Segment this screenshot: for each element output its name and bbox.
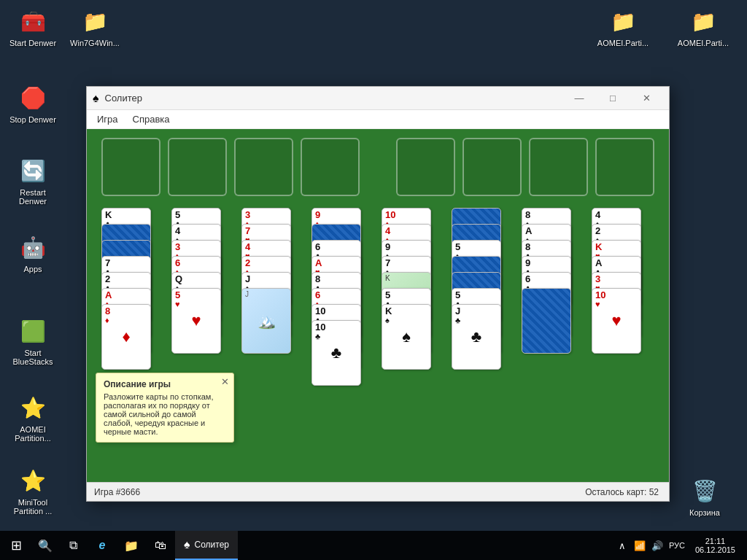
card-slot-6[interactable] bbox=[462, 138, 522, 196]
start-denwer-icon: 🧰 bbox=[18, 7, 47, 36]
desktop: 🧰 Start Denwer 📁 Win7G4Win... 📁 AOMEI.Pa… bbox=[0, 0, 747, 560]
stop-denwer-icon: 🛑 bbox=[18, 83, 47, 112]
card-column-8[interactable]: 4♠ ♠ 2♠ ♠ K♥ ♥ A♣ ♣ bbox=[592, 208, 654, 479]
card-8-diamonds[interactable]: 8♦ ♦ bbox=[101, 304, 151, 370]
menu-help[interactable]: Справка bbox=[125, 112, 177, 126]
aomei-part-icon: ⭐ bbox=[18, 393, 47, 422]
minimize-button[interactable]: — bbox=[562, 87, 596, 110]
minitool-label: MiniTool Partition ... bbox=[7, 498, 59, 516]
card-slot-5[interactable] bbox=[396, 138, 455, 196]
maximize-button[interactable]: □ bbox=[596, 87, 630, 110]
window-title-icon: ♠ bbox=[93, 92, 99, 105]
window-titlebar[interactable]: ♠ Солитер — □ ✕ bbox=[87, 87, 669, 110]
aomei2-icon: 📁 bbox=[689, 7, 718, 36]
menu-game[interactable]: Игра bbox=[90, 112, 125, 126]
aomei1-label: AOMEI.Parti... bbox=[597, 39, 649, 47]
cards-remaining: Осталось карт: 52 bbox=[585, 487, 659, 497]
apps-label: Apps bbox=[23, 265, 42, 273]
card-slot-3[interactable] bbox=[234, 138, 293, 196]
taskbar: ⊞ 🔍 ⧉ e 📁 🛍 ♠ Солитер ∧ 📶 🔊 РУС 21:11 06… bbox=[0, 531, 747, 560]
tray-date-value: 06.12.2015 bbox=[695, 545, 735, 554]
desktop-icon-start-denwer[interactable]: 🧰 Start Denwer bbox=[4, 4, 62, 50]
card-column-7[interactable]: 8♠ ♠ A♠ ♠ 8♣ ♣ 9♣ ♣ bbox=[522, 208, 584, 479]
hint-box: ✕ Описание игры Разложите карты по стопк… bbox=[96, 373, 234, 443]
window-title: Солитер bbox=[105, 93, 563, 104]
stop-denwer-label: Stop Denwer bbox=[9, 115, 56, 124]
card-5-hearts[interactable]: 5♥ ♥ bbox=[171, 288, 221, 354]
card-slot-8[interactable] bbox=[595, 138, 654, 196]
restart-denwer-icon: 🔄 bbox=[18, 156, 47, 185]
restart-denwer-label: Restart Denwer bbox=[7, 188, 59, 206]
card-slots-row bbox=[101, 138, 654, 196]
card-10-hearts[interactable]: 10♥ ♥ bbox=[592, 288, 641, 354]
bluestacks-label: Start BlueStacks bbox=[7, 349, 59, 366]
solitaire-window: ♠ Солитер — □ ✕ Игра Справка bbox=[86, 86, 670, 502]
edge-browser-button[interactable]: e bbox=[88, 531, 117, 560]
desktop-icon-minitool[interactable]: ⭐ MiniTool Partition ... bbox=[4, 463, 62, 518]
card-j-clubs[interactable]: J♣ ♣ bbox=[452, 304, 501, 370]
minitool-icon: ⭐ bbox=[18, 466, 47, 495]
tray-time-value: 21:11 bbox=[705, 537, 726, 545]
card-column-5[interactable]: 10♦ ♦ 4♦ ♦ 9♠ ♠ 7♠ ♠ bbox=[382, 208, 444, 479]
card-special-winter[interactable]: J 🏔️ bbox=[241, 288, 291, 354]
system-tray: ∧ 📶 🔊 РУС 21:11 06.12.2015 bbox=[609, 531, 747, 560]
desktop-icon-bluestacks[interactable]: 🟩 Start BlueStacks bbox=[4, 314, 62, 369]
start-button[interactable]: ⊞ bbox=[0, 531, 32, 560]
store-button[interactable]: 🛍 bbox=[146, 531, 175, 560]
aomei-part-label: AOMEI Partition... bbox=[7, 425, 59, 443]
desktop-icon-aomei1[interactable]: 📁 AOMEI.Parti... bbox=[594, 4, 652, 50]
game-area: K♣ ♣ 7♣ ♣ 2♣ ♣ A♦ ♦ bbox=[87, 129, 669, 501]
desktop-icon-win7g4win[interactable]: 📁 Win7G4Win... bbox=[66, 4, 124, 50]
tray-language-label[interactable]: РУС bbox=[667, 531, 686, 560]
search-button[interactable]: 🔍 bbox=[32, 531, 58, 560]
card-k-spades[interactable]: K♠ ♠ bbox=[382, 304, 431, 370]
tray-clock[interactable]: 21:11 06.12.2015 bbox=[689, 537, 741, 554]
window-controls: — □ ✕ bbox=[562, 87, 663, 110]
hint-title: Описание игры bbox=[104, 379, 226, 389]
card-facedown-7[interactable] bbox=[522, 288, 571, 354]
card-10-clubs-2[interactable]: 10♣ ♣ bbox=[311, 320, 361, 386]
desktop-icon-apps[interactable]: 🤖 Apps bbox=[4, 230, 62, 276]
desktop-icon-stop-denwer[interactable]: 🛑 Stop Denwer bbox=[4, 80, 62, 127]
card-slot-1[interactable] bbox=[101, 138, 160, 196]
tray-expand-icon[interactable]: ∧ bbox=[615, 531, 630, 560]
win7g4win-label: Win7G4Win... bbox=[70, 39, 120, 47]
tray-volume-icon[interactable]: 🔊 bbox=[650, 531, 665, 560]
apps-icon: 🤖 bbox=[18, 233, 47, 262]
start-denwer-label: Start Denwer bbox=[9, 39, 56, 47]
close-button[interactable]: ✕ bbox=[630, 87, 663, 110]
card-slot-7[interactable] bbox=[529, 138, 588, 196]
recycle-bin-icon: 🗑️ bbox=[690, 476, 719, 505]
explorer-button[interactable]: 📁 bbox=[117, 531, 146, 560]
recycle-bin-label: Корзина bbox=[689, 508, 720, 517]
hint-close-button[interactable]: ✕ bbox=[221, 376, 229, 387]
desktop-icon-aomei2[interactable]: 📁 AOMEI.Parti... bbox=[674, 4, 732, 50]
card-column-6[interactable]: 5♠ ♠ 5♣ ♣ J♣ ♣ bbox=[452, 208, 514, 479]
hint-text: Разложите карты по стопкам, располагая и… bbox=[104, 392, 226, 436]
solitaire-taskbar-icon: ♠ bbox=[184, 538, 190, 551]
tray-network-icon[interactable]: 📶 bbox=[632, 531, 647, 560]
card-column-4[interactable]: 9♦ ♦ 6♣ ♣ A♥ ♥ 8♣ ♣ bbox=[311, 208, 374, 479]
card-column-3[interactable]: 3♦ ♦ 7♥ ♥ 4♥ ♥ 2♦ ♦ bbox=[241, 208, 304, 479]
aomei1-icon: 📁 bbox=[608, 7, 638, 36]
solitaire-taskbar-label: Солитер bbox=[195, 540, 230, 550]
desktop-icon-aomei-part[interactable]: ⭐ AOMEI Partition... bbox=[4, 390, 62, 446]
card-slot-2[interactable] bbox=[168, 138, 227, 196]
card-slot-4[interactable] bbox=[301, 138, 360, 196]
window-menubar: Игра Справка bbox=[87, 110, 669, 129]
desktop-icon-restart-denwer[interactable]: 🔄 Restart Denwer bbox=[4, 153, 62, 209]
game-number: Игра #3666 bbox=[94, 487, 140, 497]
desktop-icon-recycle-bin[interactable]: 🗑️ Корзина bbox=[676, 473, 734, 520]
status-bar: Игра #3666 Осталось карт: 52 bbox=[87, 482, 669, 501]
aomei2-label: AOMEI.Parti... bbox=[678, 39, 729, 47]
solitaire-taskbar-button[interactable]: ♠ Солитер bbox=[175, 531, 238, 560]
win7g4win-icon: 📁 bbox=[80, 7, 109, 36]
task-view-button[interactable]: ⧉ bbox=[58, 531, 88, 560]
bluestacks-icon: 🟩 bbox=[18, 316, 47, 346]
